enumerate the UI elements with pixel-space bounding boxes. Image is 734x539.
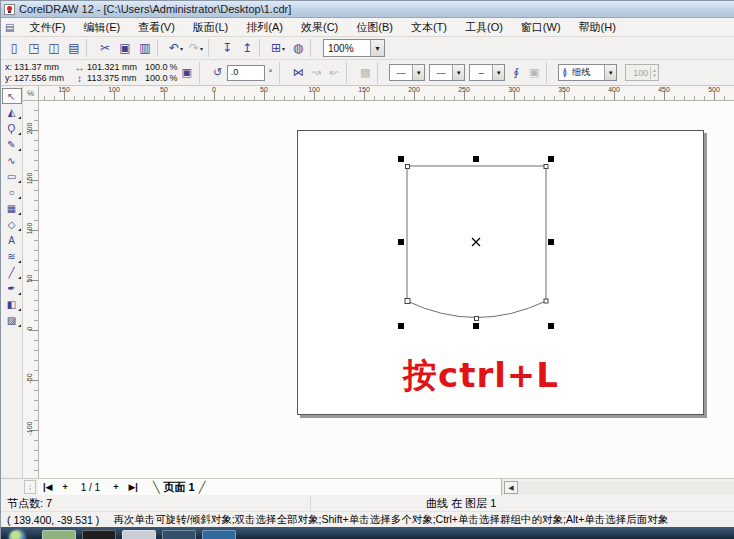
menu-item-window[interactable]: 窗口(W) [512,18,570,37]
taskbar-app-tile[interactable] [162,530,196,539]
toolbox: ↖◭Ϙ✎∿▭○▦◇A≋╱✒◧▨ [1,86,23,478]
edit-properties-button: ▩ [356,64,374,82]
ruler-label: 200 [26,122,33,136]
taskbar-app-tile[interactable] [42,530,76,539]
menu-item-effects[interactable]: 效果(C) [292,18,347,37]
taskbar-app-tile[interactable] [122,530,156,539]
page-tab-label: 页面 1 [160,480,199,495]
chevron-down-icon[interactable]: ▼ [492,65,504,80]
ruler-options-button[interactable]: ⁞ [24,480,36,494]
pick-tool[interactable]: ↖ [2,88,22,104]
menu-item-help[interactable]: 帮助(H) [570,18,625,37]
menu-item-tools[interactable]: 工具(O) [456,18,512,37]
arrow-start-combo[interactable]: — ▼ [389,64,425,81]
save-button[interactable]: ◫ [44,38,64,58]
chevron-down-icon[interactable]: ▼ [604,65,616,80]
shape-tool[interactable]: ◭ [2,104,22,120]
menu-item-edit[interactable]: 编辑(E) [75,18,130,37]
scale-v-field[interactable]: 100.0 [145,73,168,84]
annotation-text[interactable]: 按ctrl+L [376,353,586,399]
menu-item-layout[interactable]: 版面(L) [184,18,237,37]
taskbar-app-tile[interactable] [202,530,236,539]
ruler-label: 450 [658,86,670,93]
scale-h-field[interactable]: 100.0 [145,62,168,73]
rotation-angle-field[interactable]: .0 [227,65,265,81]
chevron-down-icon[interactable]: ▼ [412,65,424,80]
open-button[interactable]: ◳ [24,38,44,58]
vertical-ruler[interactable]: 200150100500-50-100 [23,101,39,478]
x-label: x: [5,62,12,73]
text-tool[interactable]: A [2,232,22,248]
add-page-before-button[interactable]: + [57,482,72,492]
menu-item-view[interactable]: 查看(V) [129,18,184,37]
redo-button[interactable]: ↷ [186,38,206,58]
object-height-field[interactable]: 113.375 mm [87,73,136,84]
app-launcher-button[interactable]: ⊞ [268,38,288,58]
paste-button[interactable]: ▥ [135,38,155,58]
smart-drawing-tool[interactable]: ∿ [2,152,22,168]
page-tab[interactable]: ╲ 页面 1 ╱ [153,480,205,495]
ruler-label: 500 [708,86,720,93]
selection-center-mark[interactable] [472,238,480,246]
copy-button[interactable]: ▣ [115,38,135,58]
interactive-fill-tool[interactable]: ▨ [2,312,22,328]
arrow-end-combo[interactable]: – ▼ [469,64,505,81]
app-icon[interactable] [4,4,15,15]
percent-label: % [170,62,178,73]
opacity-spinner: 100 ▴▾ [625,64,659,81]
eyedropper-tool[interactable]: ╱ [2,264,22,280]
undo-button[interactable]: ↶ [166,38,186,58]
rectangle-tool[interactable]: ▭ [2,168,22,184]
outline-tool[interactable]: ✒ [2,280,22,296]
chevron-down-icon[interactable]: ▼ [452,65,464,80]
height-icon: ↕ [74,73,85,84]
first-page-button[interactable]: |◀ [38,482,57,492]
close-curve-button[interactable]: ∮ [507,64,525,82]
mirror-button[interactable]: ⋈ [289,64,307,82]
ellipse-tool[interactable]: ○ [2,184,22,200]
object-width-field[interactable]: 101.321 mm [87,62,137,73]
freehand-tool[interactable]: ✎ [2,136,22,152]
y-position-field[interactable]: 127.556 mm [14,73,64,84]
horizontal-scrollbar[interactable]: ◀ [502,481,734,495]
menu-item-bitmaps[interactable]: 位图(B) [347,18,402,37]
title-bar[interactable]: CorelDRAW 12 - [C:\Users\Administrator\D… [1,1,734,18]
zoom-level-combo[interactable]: 100% ▼ [323,39,385,57]
last-page-button[interactable]: ▶| [123,482,142,492]
corel-online-button[interactable]: ◍ [288,38,308,58]
cut-button[interactable]: ✂ [95,38,115,58]
add-page-after-button[interactable]: + [108,482,123,492]
scroll-left-icon[interactable]: ◀ [504,481,518,494]
import-button[interactable]: ↧ [217,38,237,58]
x-position-field[interactable]: 131.37 mm [14,62,59,73]
node-count-label: 节点数: 7 [1,495,311,511]
taskbar-app-tile[interactable] [82,530,116,539]
width-icon: ↔ [74,62,85,73]
drawing-canvas[interactable]: 按ctrl+L [39,101,734,478]
line-style-combo[interactable]: — ▼ [429,64,465,81]
horizontal-ruler[interactable]: 15010050050100150200250300350400450500 [39,86,734,101]
menu-item-arrange[interactable]: 排列(A) [237,18,292,37]
zoom-tool[interactable]: Ϙ [2,120,22,136]
interactive-blend-tool[interactable]: ≋ [2,248,22,264]
menu-item-text[interactable]: 文本(T) [402,18,456,37]
toolbar-separator [86,39,93,57]
new-button[interactable]: ▯ [4,38,24,58]
page-navigator: |◀ + 1 / 1 + ▶| ╲ 页面 1 ╱ [38,479,502,496]
print-button[interactable]: ▤ [64,38,84,58]
ruler-origin-button[interactable]: ℅ [23,86,39,101]
arrow-start-value: — [390,68,412,78]
document-icon[interactable]: ▤ [5,22,14,33]
graph-paper-tool[interactable]: ▦ [2,200,22,216]
export-button[interactable]: ↥ [237,38,257,58]
lock-ratio-button[interactable]: ▣ [178,64,196,82]
selection-overlay [39,101,734,478]
basic-shapes-tool[interactable]: ◇ [2,216,22,232]
chevron-down-icon[interactable]: ▼ [370,40,384,56]
start-button[interactable] [9,530,25,539]
menu-item-file[interactable]: 文件(F) [20,18,74,37]
toolbar-separator [157,39,164,57]
fill-tool[interactable]: ◧ [2,296,22,312]
outline-width-combo[interactable]: ≬ 细线 ▼ [558,64,617,81]
line-style-value: — [430,68,452,78]
